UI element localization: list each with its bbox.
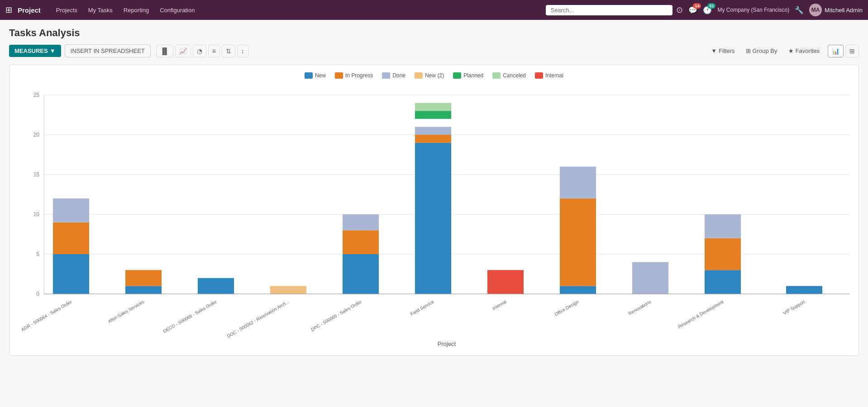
- legend-planned: Planned: [453, 72, 483, 79]
- line-chart-icon[interactable]: 📈: [175, 45, 191, 57]
- legend-canceled: Canceled: [492, 72, 526, 79]
- user-menu[interactable]: MA Mitchell Admin: [809, 4, 863, 16]
- bar-view-icon[interactable]: 📊: [828, 45, 844, 57]
- bar-done-8[interactable]: [632, 262, 668, 294]
- pie-chart-icon[interactable]: ◔: [193, 45, 206, 57]
- bar-internal-6[interactable]: [487, 270, 524, 294]
- nav-icons: ⊙ 💬 14 🕐 51 My Company (San Francisco) 🔧…: [676, 4, 863, 16]
- legend-done: Done: [382, 72, 405, 79]
- bar-new2-3[interactable]: [270, 286, 306, 294]
- legend-color-canceled: [492, 72, 501, 79]
- spreadsheet-button[interactable]: INSERT IN SPREADSHEET: [65, 44, 151, 57]
- bar-chart-icon[interactable]: ▐▌: [156, 45, 173, 57]
- username: Mitchell Admin: [825, 7, 863, 14]
- x-label-5: Field Service: [410, 299, 435, 317]
- bar-group-1: After-Sales Services: [107, 270, 162, 324]
- y-label-5: 5: [36, 251, 39, 257]
- star-icon: ★: [788, 47, 794, 54]
- grid-icon[interactable]: ⊙: [676, 5, 683, 15]
- y-label-0: 0: [36, 291, 39, 297]
- x-label-1: After-Sales Services: [107, 299, 145, 324]
- nav-projects[interactable]: Projects: [52, 5, 82, 15]
- filter-controls: ▼ Filters ⊞ Group By ★ Favorites: [706, 45, 824, 57]
- groupby-icon: ⊞: [746, 47, 751, 54]
- x-label-9: Research & Development: [677, 299, 724, 329]
- bar-inprogress-1[interactable]: [125, 270, 162, 286]
- activity-icon[interactable]: 🕐 51: [703, 6, 712, 14]
- nav-reporting[interactable]: Reporting: [119, 5, 153, 15]
- bar-canceled-5[interactable]: [415, 103, 451, 111]
- bar-done-7[interactable]: [560, 166, 596, 198]
- favorites-button[interactable]: ★ Favorites: [784, 45, 824, 57]
- bar-inprogress-0[interactable]: [53, 222, 89, 254]
- bar-inprogress-7[interactable]: [560, 199, 596, 286]
- legend-in-progress: In Progress: [335, 72, 373, 79]
- x-axis-title: Project: [438, 341, 456, 347]
- grid-view-icon[interactable]: ⊞: [845, 45, 859, 57]
- y-label-20: 20: [33, 132, 40, 138]
- bar-planned-5[interactable]: [415, 111, 451, 119]
- bar-done-4[interactable]: [343, 214, 379, 230]
- measures-button[interactable]: MEASURES ▼: [9, 45, 61, 57]
- sort-asc-icon[interactable]: ⇅: [222, 45, 235, 57]
- bar-done-9[interactable]: [705, 214, 741, 238]
- avatar: MA: [809, 4, 822, 16]
- bar-group-4: DPC - S00065 - Sales Order: [310, 214, 379, 332]
- bar-group-9: Research & Development: [677, 214, 741, 329]
- bar-new-2[interactable]: [198, 278, 234, 294]
- bar-new-9[interactable]: [705, 270, 741, 294]
- groupby-button[interactable]: ⊞ Group By: [741, 45, 782, 57]
- filters-button[interactable]: ▼ Filters: [706, 45, 739, 57]
- legend-new2: New (2): [415, 72, 444, 79]
- page-header: Tasks Analysis: [9, 27, 859, 39]
- bar-inprogress-9[interactable]: [705, 238, 741, 270]
- stack-icon[interactable]: ≡: [208, 45, 220, 57]
- bar-done-5[interactable]: [415, 127, 451, 135]
- legend-label-internal: Internal: [545, 72, 563, 79]
- chart-type-icons: ▐▌ 📈 ◔ ≡ ⇅ ↕: [156, 45, 248, 57]
- nav-configuration[interactable]: Configuration: [155, 5, 199, 15]
- chart-container: New In Progress Done New (2) Planned Can…: [9, 65, 859, 356]
- bar-new-10[interactable]: [786, 286, 822, 294]
- settings-icon[interactable]: 🔧: [795, 6, 804, 14]
- bar-new-5[interactable]: [415, 143, 451, 294]
- apps-icon[interactable]: ⊞: [5, 5, 12, 15]
- chart-svg-wrapper: 0 5 10 15 20 25: [17, 86, 851, 348]
- view-toggle-icons: 📊 ⊞: [828, 45, 859, 57]
- bar-done-0[interactable]: [53, 199, 89, 222]
- legend-label-new: New: [315, 72, 326, 79]
- x-label-3: DOC - S00062 - Renovation Arch...: [226, 299, 290, 339]
- bar-group-10: VIP Support: [782, 286, 822, 316]
- x-label-4: DPC - S00065 - Sales Order: [310, 299, 362, 332]
- x-label-10: VIP Support: [782, 299, 806, 316]
- top-navigation: ⊞ Project Projects My Tasks Reporting Co…: [0, 0, 868, 20]
- x-label-0: AGR - S00064 - Sales Order: [20, 299, 73, 332]
- activity-badge: 51: [707, 3, 715, 9]
- legend-label-new2: New (2): [425, 72, 444, 79]
- bar-new-7[interactable]: [560, 286, 596, 294]
- search-area: [546, 5, 672, 15]
- bar-new-1[interactable]: [125, 286, 162, 294]
- app-name[interactable]: Project: [18, 6, 41, 14]
- bar-chart-svg: 0 5 10 15 20 25: [17, 86, 858, 348]
- x-label-7: Office Design: [553, 299, 579, 317]
- toolbar: MEASURES ▼ INSERT IN SPREADSHEET ▐▌ 📈 ◔ …: [9, 44, 859, 57]
- bar-new-0[interactable]: [53, 254, 89, 294]
- filter-icon: ▼: [711, 47, 717, 54]
- nav-menu: Projects My Tasks Reporting Configuratio…: [52, 5, 200, 15]
- y-label-15: 15: [33, 171, 40, 178]
- x-label-2: DECO - S00066 - Sales Order: [162, 299, 218, 334]
- messages-icon[interactable]: 💬 14: [688, 6, 697, 14]
- messages-badge: 14: [693, 3, 701, 9]
- bar-group-2: DECO - S00066 - Sales Order: [162, 278, 234, 334]
- bar-new-4[interactable]: [343, 254, 379, 294]
- sort-desc-icon[interactable]: ↕: [237, 45, 248, 57]
- bar-inprogress-5[interactable]: [415, 135, 451, 143]
- x-label-6: Internal: [491, 299, 507, 311]
- bar-group-6: Internal: [487, 270, 524, 311]
- bar-inprogress-4[interactable]: [343, 230, 379, 254]
- legend-label-planned: Planned: [463, 72, 483, 79]
- search-input[interactable]: [546, 5, 672, 15]
- nav-my-tasks[interactable]: My Tasks: [84, 5, 117, 15]
- y-label-25: 25: [33, 92, 40, 98]
